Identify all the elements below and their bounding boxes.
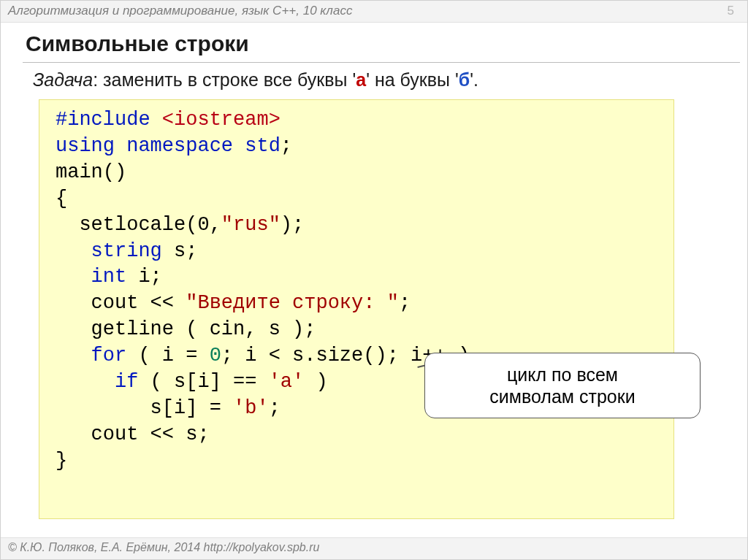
code-t: s; [162,240,198,262]
code-t: <iostream> [162,109,280,131]
code-t: ( i = [126,345,209,367]
code-t: if [115,371,138,393]
code-t: cout << s; [56,423,210,445]
slide: Алгоритмизация и программирование, язык … [0,0,748,560]
code-t: #include [56,109,162,131]
code-t [56,345,91,367]
code-t: 'a' [269,371,305,393]
callout-text: цикл по всем символам строки [489,364,635,407]
code-t: 'b' [233,397,269,419]
code-t: ; [280,135,292,157]
code-t: getline ( cin, s ); [56,318,316,340]
code-t: namespace [115,135,245,157]
callout-box: цикл по всем символам строки [424,353,701,418]
code-t [56,240,91,262]
code-t: for [91,345,127,367]
code-t: cout << [56,292,186,314]
code-t: ( s[i] == [138,371,268,393]
code-t [56,371,115,393]
code-t: } [56,450,67,472]
code-t: string [91,240,162,262]
task-letter-a: а [356,69,366,90]
code-t: ) [304,371,327,393]
title-rule [23,62,740,63]
code-t: s[i] = [56,397,233,419]
task-text-3: '. [470,69,478,90]
task-lead: Задача [33,69,93,90]
code-t: "Введите строку: " [186,292,399,314]
task-line: Задача: заменить в строке все буквы 'а' … [33,69,478,91]
code-t: ; [269,397,280,419]
code-t: using [56,135,115,157]
code-t: i; [126,266,162,288]
course-label: Алгоритмизация и программирование, язык … [8,4,352,18]
code-t: setlocale(0, [56,214,221,236]
code-t: std [245,135,280,157]
slide-title: Символьные строки [26,31,249,56]
page-number: 5 [728,4,734,18]
code-t: 0 [210,345,221,367]
task-letter-b: б [459,69,470,90]
code-t: { [56,188,67,210]
code-t: int [91,266,127,288]
task-text-1: : заменить в строке все буквы ' [93,69,356,90]
header-bar: Алгоритмизация и программирование, язык … [1,1,747,23]
footer-bar: © К.Ю. Поляков, Е.А. Ерёмин, 2014 http:/… [1,537,747,559]
code-block: #include <iostream> using namespace std;… [39,99,674,519]
code-t: main() [56,161,126,183]
code-t: "rus" [221,214,280,236]
footer-text: © К.Ю. Поляков, Е.А. Ерёмин, 2014 http:/… [8,541,319,554]
code-t: ; [399,292,411,314]
code-t [56,266,91,288]
code-t: ); [280,214,304,236]
task-text-2: ' на буквы ' [366,69,459,90]
